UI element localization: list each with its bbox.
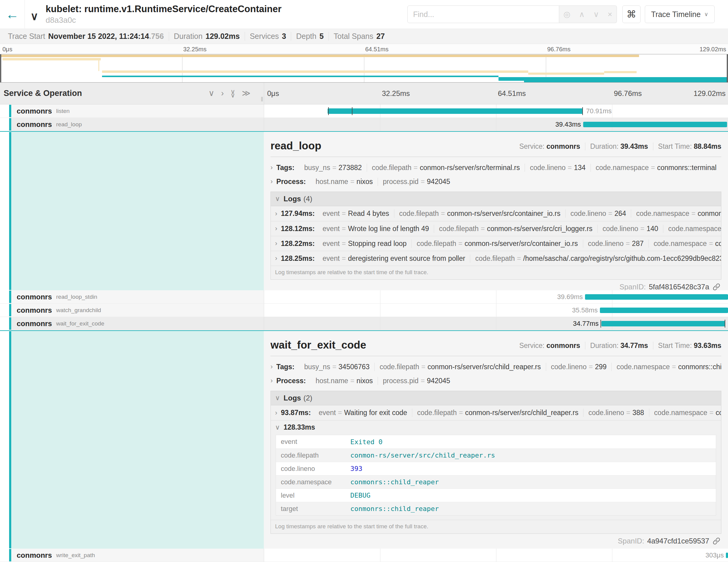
log-entry[interactable]: › 128.12ms: event=Wrote log line of leng…	[271, 221, 721, 236]
expand-right-icon: ›	[270, 164, 273, 172]
logs-header[interactable]: ∨ Logs(4)	[271, 192, 721, 206]
expand-right-icon: ›	[270, 178, 273, 186]
collapse-all-icon[interactable]: ∨∨	[230, 90, 235, 97]
minimap-canvas[interactable]	[0, 54, 728, 83]
log-fields-table: event Exited 0 code.filepath conmon-rs/s…	[276, 435, 716, 516]
span-color-accent	[9, 118, 11, 131]
next-result-icon[interactable]: ∨	[593, 10, 599, 19]
expand-right-icon: ›	[275, 225, 277, 233]
minimap-span-bar	[2, 58, 100, 60]
trace-view-select[interactable]: Trace Timeline ∨	[645, 5, 715, 23]
logs-header[interactable]: ∨ Logs(2)	[271, 391, 721, 405]
span-bar[interactable]	[583, 122, 727, 127]
span-detail-meta: Service: conmonrsDuration: 39.43msStart …	[519, 142, 721, 152]
minimap-gridline	[182, 54, 182, 82]
span-service: conmonrs	[17, 551, 52, 560]
span-row-wait-for-exit-code[interactable]: conmonrs wait_for_exit_code 34.77ms	[0, 317, 728, 330]
span-id-value: 4a947cfd1ce59537	[647, 537, 709, 545]
span-row-write-exit-path[interactable]: conmonrs write_exit_path 303μs	[0, 549, 728, 562]
column-resize-grip[interactable]: ‖	[261, 96, 263, 103]
tags-row[interactable]: › Tags: busy_ns=34506763 code.filepath=c…	[270, 360, 721, 374]
span-detail-left-fill	[11, 132, 264, 290]
expand-right-icon: ›	[270, 363, 273, 371]
minimap-span-bar	[528, 73, 604, 75]
log-entry[interactable]: › 128.25ms: event=deregistering event so…	[271, 251, 721, 266]
process-row[interactable]: › Process: host.name=nixos process.pid=9…	[270, 175, 721, 189]
span-detail-read-loop: read_loop Service: conmonrsDuration: 39.…	[0, 131, 728, 290]
span-bar[interactable]	[601, 321, 725, 326]
axis-tick: 0μs	[267, 89, 279, 98]
find-input[interactable]	[407, 5, 559, 23]
prev-result-icon[interactable]: ∧	[579, 10, 585, 19]
minimap-tick: 96.76ms	[547, 46, 571, 53]
minimap-viewport-handle[interactable]	[0, 54, 1, 82]
span-operation: wait_for_exit_code	[56, 320, 104, 327]
collapse-trace-icon[interactable]: ∨	[30, 10, 38, 23]
span-bar[interactable]	[600, 308, 728, 313]
span-detail-indent	[0, 331, 264, 549]
tags-row[interactable]: › Tags: busy_ns=273882 code.filepath=con…	[270, 161, 721, 175]
minimap-span-bar	[102, 76, 498, 77]
span-id-row: SpanID: 4a947cfd1ce59537	[270, 537, 721, 545]
span-row-listen[interactable]: conmonrs listen 70.91ms	[0, 104, 728, 118]
span-row-read-loop[interactable]: conmonrs read_loop 39.43ms	[0, 118, 728, 131]
span-service: conmonrs	[17, 120, 52, 129]
service-operation-header: Service & Operation ∨ › ∨∨ ≫ ‖	[0, 83, 264, 104]
span-duration-label: 34.77ms	[573, 317, 598, 330]
span-duration-label: 303μs	[706, 549, 724, 562]
copy-link-icon[interactable]	[712, 537, 721, 545]
expand-right-icon: ›	[275, 210, 277, 218]
axis-tick: 64.51ms	[498, 89, 526, 98]
trace-timeline-page: ← ∨ kubelet: runtime.v1.RuntimeService/C…	[0, 0, 728, 562]
expand-right-icon: ›	[275, 254, 277, 262]
minimap-span-bar	[604, 71, 637, 73]
minimap-span-bar	[0, 55, 639, 57]
log-entry[interactable]: › 127.94ms: event=Read 4 bytes code.file…	[271, 206, 721, 221]
log-entry-expanded[interactable]: ∨ 128.33ms	[271, 420, 721, 434]
summary-services: Services3	[245, 32, 291, 41]
keyboard-shortcuts-button[interactable]: ⌘	[622, 5, 641, 23]
span-service: conmonrs	[17, 293, 52, 301]
find-tools: ◎ ∧ ∨ ×	[559, 5, 617, 23]
span-operation: read_loop_stdin	[56, 294, 97, 300]
chevron-down-icon: ∨	[704, 11, 708, 18]
log-field-row: event Exited 0	[276, 435, 716, 448]
minimap-axis-labels: 0μs 32.25ms 64.51ms 96.76ms 129.02ms	[0, 44, 728, 54]
span-detail-left-fill	[11, 331, 264, 549]
span-row-watch-grandchild[interactable]: conmonrs watch_grandchild 35.58ms	[0, 304, 728, 317]
log-entry[interactable]: › 93.87ms: event=Waiting for exit code c…	[271, 405, 721, 420]
expand-all-icon[interactable]: ≫	[242, 89, 250, 97]
minimap-span-bar	[524, 79, 728, 83]
span-bar[interactable]	[585, 294, 728, 300]
span-service: conmonrs	[17, 306, 52, 315]
scope-to-result-icon[interactable]: ◎	[563, 10, 570, 19]
span-id-value: 5faf48165428c37a	[649, 283, 709, 290]
trace-id: d8a3a0c	[46, 15, 281, 25]
span-color-accent	[9, 331, 11, 548]
span-service: conmonrs	[17, 107, 52, 115]
span-bar[interactable]	[328, 108, 583, 114]
span-row-read-loop-stdin[interactable]: conmonrs read_loop_stdin 39.69ms	[0, 290, 728, 304]
span-color-accent	[9, 304, 11, 316]
log-entry[interactable]: › 128.22ms: event=Stopping read loop cod…	[271, 236, 721, 251]
span-duration-label: 39.69ms	[557, 290, 583, 304]
expand-right-icon: ›	[275, 240, 277, 247]
axis-tick: 96.76ms	[614, 89, 642, 98]
expand-one-icon[interactable]: ›	[221, 89, 224, 97]
minimap-gridline	[364, 54, 364, 82]
collapse-one-icon[interactable]: ∨	[209, 89, 215, 97]
trace-summary-bar: Trace StartNovember 15 2022, 11:24:14.75…	[0, 29, 728, 44]
copy-link-icon[interactable]	[712, 283, 721, 290]
back-button[interactable]: ←	[0, 0, 25, 29]
minimap-viewport-handle[interactable]	[727, 54, 728, 82]
span-bar[interactable]	[726, 553, 728, 558]
logs-footnote: Log timestamps are relative to the start…	[271, 266, 721, 279]
log-field-row: level DEBUG	[276, 489, 716, 502]
minimap-tick: 32.25ms	[183, 46, 207, 53]
process-row[interactable]: › Process: host.name=nixos process.pid=9…	[270, 374, 721, 388]
span-operation: watch_grandchild	[56, 307, 101, 314]
clear-find-icon[interactable]: ×	[607, 10, 612, 19]
page-title: kubelet: runtime.v1.RuntimeService/Creat…	[46, 4, 281, 14]
span-color-accent	[9, 317, 11, 330]
span-detail-indent	[0, 132, 264, 290]
